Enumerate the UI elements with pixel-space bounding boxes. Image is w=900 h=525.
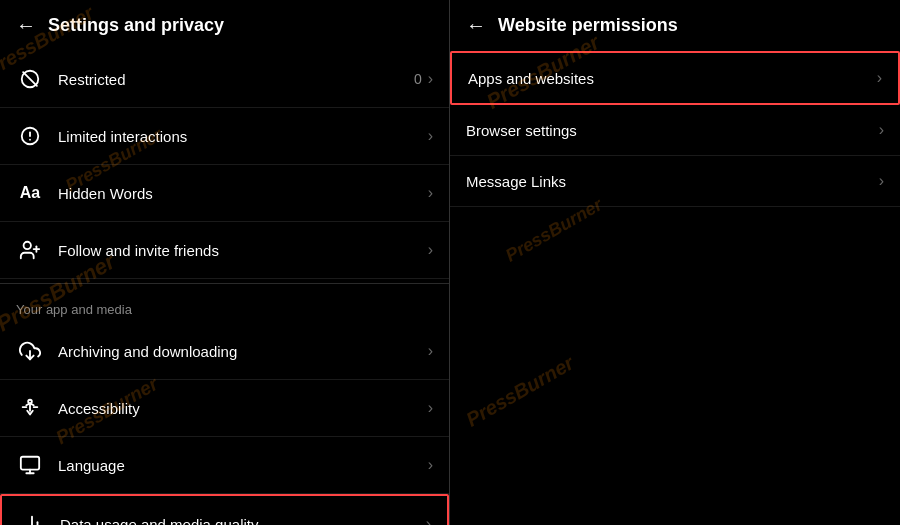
- data-usage-icon: [18, 510, 46, 525]
- back-button[interactable]: ←: [16, 14, 36, 37]
- accessibility-label: Accessibility: [58, 400, 428, 417]
- language-label: Language: [58, 457, 428, 474]
- divider-1: [0, 283, 449, 284]
- settings-title: Settings and privacy: [48, 15, 224, 36]
- limited-icon: [16, 122, 44, 150]
- hidden-words-icon: Aa: [16, 179, 44, 207]
- restricted-chevron: ›: [428, 70, 433, 88]
- data-usage-label: Data usage and media quality: [60, 516, 426, 526]
- restricted-badge: 0: [414, 71, 422, 87]
- message-links-label: Message Links: [466, 173, 879, 190]
- restricted-icon: [16, 65, 44, 93]
- settings-header: ← Settings and privacy: [0, 0, 449, 51]
- follow-chevron: ›: [428, 241, 433, 259]
- settings-list: Restricted 0 › Limited interactions › Aa…: [0, 51, 449, 525]
- message-links-chevron: ›: [879, 172, 884, 190]
- settings-item-data-usage[interactable]: Data usage and media quality ›: [0, 494, 449, 525]
- limited-label: Limited interactions: [58, 128, 428, 145]
- data-usage-chevron: ›: [426, 515, 431, 525]
- language-chevron: ›: [428, 456, 433, 474]
- right-item-apps-websites[interactable]: Apps and websites ›: [450, 51, 900, 105]
- apps-websites-chevron: ›: [877, 69, 882, 87]
- apps-websites-label: Apps and websites: [468, 70, 877, 87]
- settings-item-follow[interactable]: Follow and invite friends ›: [0, 222, 449, 279]
- website-permissions-back-button[interactable]: ←: [466, 14, 486, 37]
- website-permissions-list: Apps and websites › Browser settings › M…: [450, 51, 900, 525]
- restricted-label: Restricted: [58, 71, 414, 88]
- svg-rect-10: [21, 457, 39, 470]
- section-your-app: Your app and media: [0, 288, 449, 323]
- right-item-browser-settings[interactable]: Browser settings ›: [450, 105, 900, 156]
- archiving-icon: [16, 337, 44, 365]
- settings-item-archiving[interactable]: Archiving and downloading ›: [0, 323, 449, 380]
- right-item-message-links[interactable]: Message Links ›: [450, 156, 900, 207]
- follow-label: Follow and invite friends: [58, 242, 428, 259]
- browser-settings-label: Browser settings: [466, 122, 879, 139]
- accessibility-chevron: ›: [428, 399, 433, 417]
- settings-item-language[interactable]: Language ›: [0, 437, 449, 494]
- settings-item-accessibility[interactable]: Accessibility ›: [0, 380, 449, 437]
- archiving-chevron: ›: [428, 342, 433, 360]
- svg-point-5: [24, 242, 31, 249]
- hidden-words-label: Hidden Words: [58, 185, 428, 202]
- archiving-label: Archiving and downloading: [58, 343, 428, 360]
- settings-item-limited[interactable]: Limited interactions ›: [0, 108, 449, 165]
- website-permissions-header: ← Website permissions: [450, 0, 900, 51]
- settings-panel: ← Settings and privacy Restricted 0 ›: [0, 0, 450, 525]
- website-permissions-panel: ← Website permissions Apps and websites …: [450, 0, 900, 525]
- website-permissions-title: Website permissions: [498, 15, 678, 36]
- settings-item-restricted[interactable]: Restricted 0 ›: [0, 51, 449, 108]
- hidden-words-chevron: ›: [428, 184, 433, 202]
- follow-icon: [16, 236, 44, 264]
- limited-chevron: ›: [428, 127, 433, 145]
- svg-line-1: [23, 72, 37, 86]
- accessibility-icon: [16, 394, 44, 422]
- settings-item-hidden-words[interactable]: Aa Hidden Words ›: [0, 165, 449, 222]
- language-icon: [16, 451, 44, 479]
- browser-settings-chevron: ›: [879, 121, 884, 139]
